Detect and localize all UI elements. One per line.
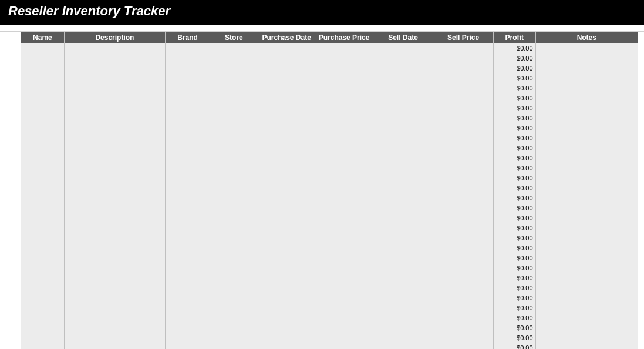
cell-brand[interactable] [166, 53, 210, 63]
cell-notes[interactable] [535, 143, 638, 153]
cell-profit[interactable]: $0.00 [493, 123, 535, 133]
cell-purchase-price[interactable] [315, 273, 373, 283]
cell-profit[interactable]: $0.00 [493, 83, 535, 93]
cell-sell-price[interactable] [433, 133, 494, 143]
cell-purchase-price[interactable] [315, 323, 373, 333]
cell-purchase-date[interactable] [258, 103, 315, 113]
cell-brand[interactable] [166, 183, 210, 193]
cell-name[interactable] [21, 243, 65, 253]
cell-profit[interactable]: $0.00 [493, 103, 535, 113]
cell-purchase-date[interactable] [258, 313, 315, 323]
cell-sell-date[interactable] [373, 203, 433, 213]
cell-profit[interactable]: $0.00 [493, 233, 535, 243]
cell-description[interactable] [64, 203, 165, 213]
cell-name[interactable] [21, 153, 65, 163]
cell-sell-price[interactable] [433, 213, 494, 223]
cell-name[interactable] [21, 303, 65, 313]
cell-description[interactable] [64, 63, 165, 73]
cell-sell-price[interactable] [433, 273, 494, 283]
cell-brand[interactable] [166, 283, 210, 293]
cell-sell-date[interactable] [373, 83, 433, 93]
cell-sell-price[interactable] [433, 193, 494, 203]
cell-profit[interactable]: $0.00 [493, 163, 535, 173]
cell-purchase-price[interactable] [315, 143, 373, 153]
cell-purchase-price[interactable] [315, 183, 373, 193]
cell-sell-date[interactable] [373, 223, 433, 233]
cell-purchase-date[interactable] [258, 193, 315, 203]
cell-purchase-date[interactable] [258, 93, 315, 103]
cell-profit[interactable]: $0.00 [493, 343, 535, 350]
cell-notes[interactable] [535, 83, 638, 93]
cell-purchase-price[interactable] [315, 333, 373, 343]
cell-purchase-price[interactable] [315, 263, 373, 273]
cell-sell-price[interactable] [433, 163, 494, 173]
cell-name[interactable] [21, 203, 65, 213]
cell-purchase-price[interactable] [315, 303, 373, 313]
cell-purchase-date[interactable] [258, 53, 315, 63]
cell-purchase-price[interactable] [315, 63, 373, 73]
cell-brand[interactable] [166, 153, 210, 163]
cell-description[interactable] [64, 263, 165, 273]
cell-sell-price[interactable] [433, 263, 494, 273]
cell-name[interactable] [21, 133, 65, 143]
cell-brand[interactable] [166, 323, 210, 333]
cell-sell-price[interactable] [433, 303, 494, 313]
cell-profit[interactable]: $0.00 [493, 223, 535, 233]
cell-name[interactable] [21, 323, 65, 333]
cell-notes[interactable] [535, 93, 638, 103]
cell-sell-price[interactable] [433, 93, 494, 103]
cell-profit[interactable]: $0.00 [493, 243, 535, 253]
cell-sell-price[interactable] [433, 253, 494, 263]
cell-brand[interactable] [166, 63, 210, 73]
cell-purchase-price[interactable] [315, 223, 373, 233]
cell-sell-price[interactable] [433, 223, 494, 233]
cell-notes[interactable] [535, 103, 638, 113]
cell-purchase-price[interactable] [315, 113, 373, 123]
cell-notes[interactable] [535, 53, 638, 63]
cell-notes[interactable] [535, 323, 638, 333]
cell-purchase-date[interactable] [258, 173, 315, 183]
cell-notes[interactable] [535, 333, 638, 343]
cell-purchase-date[interactable] [258, 63, 315, 73]
cell-purchase-price[interactable] [315, 83, 373, 93]
cell-name[interactable] [21, 73, 65, 83]
cell-notes[interactable] [535, 243, 638, 253]
cell-purchase-date[interactable] [258, 263, 315, 273]
cell-sell-date[interactable] [373, 313, 433, 323]
cell-purchase-date[interactable] [258, 273, 315, 283]
cell-purchase-price[interactable] [315, 173, 373, 183]
cell-brand[interactable] [166, 243, 210, 253]
cell-store[interactable] [210, 193, 258, 203]
cell-purchase-price[interactable] [315, 193, 373, 203]
cell-sell-price[interactable] [433, 323, 494, 333]
cell-profit[interactable]: $0.00 [493, 293, 535, 303]
col-header-store[interactable]: Store [210, 32, 258, 43]
cell-sell-date[interactable] [373, 183, 433, 193]
cell-profit[interactable]: $0.00 [493, 213, 535, 223]
cell-purchase-price[interactable] [315, 283, 373, 293]
cell-store[interactable] [210, 323, 258, 333]
cell-sell-price[interactable] [433, 333, 494, 343]
cell-sell-price[interactable] [433, 173, 494, 183]
cell-sell-price[interactable] [433, 203, 494, 213]
cell-sell-price[interactable] [433, 113, 494, 123]
cell-notes[interactable] [535, 283, 638, 293]
cell-description[interactable] [64, 213, 165, 223]
cell-description[interactable] [64, 83, 165, 93]
col-header-brand[interactable]: Brand [166, 32, 210, 43]
cell-brand[interactable] [166, 83, 210, 93]
cell-description[interactable] [64, 233, 165, 243]
cell-purchase-date[interactable] [258, 113, 315, 123]
cell-purchase-date[interactable] [258, 223, 315, 233]
cell-store[interactable] [210, 203, 258, 213]
cell-description[interactable] [64, 173, 165, 183]
cell-name[interactable] [21, 193, 65, 203]
cell-sell-price[interactable] [433, 293, 494, 303]
cell-store[interactable] [210, 343, 258, 350]
cell-sell-price[interactable] [433, 343, 494, 350]
cell-purchase-price[interactable] [315, 203, 373, 213]
cell-profit[interactable]: $0.00 [493, 153, 535, 163]
cell-purchase-price[interactable] [315, 123, 373, 133]
cell-sell-price[interactable] [433, 143, 494, 153]
cell-description[interactable] [64, 123, 165, 133]
